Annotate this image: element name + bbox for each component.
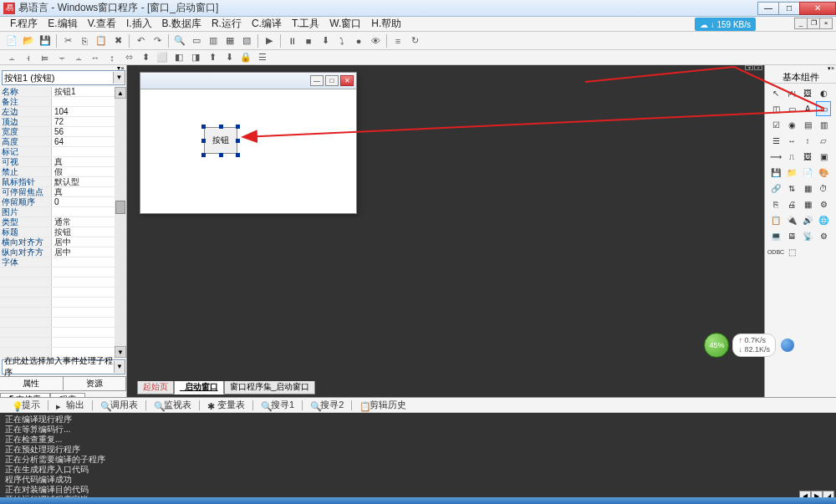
property-row[interactable]: 停留顺序0 — [0, 197, 115, 207]
property-row[interactable]: 备注 — [0, 97, 115, 107]
design-button[interactable]: 按钮 — [204, 127, 237, 154]
cut-icon[interactable]: ✂ — [60, 33, 75, 48]
output-tab-output[interactable]: ▸输出 — [51, 399, 89, 411]
tool-vscroll-icon[interactable]: ↕ — [800, 133, 815, 148]
property-value[interactable]: 居中 — [52, 247, 115, 257]
property-scrollbar[interactable]: ▲ ▼ — [115, 87, 126, 358]
send-back-icon[interactable]: ⬇ — [222, 50, 237, 65]
tool-group-icon[interactable]: ▭ — [784, 101, 799, 116]
tool-spin-icon[interactable]: ⇅ — [784, 181, 799, 196]
dock-pin-icon[interactable]: ▾ — [745, 65, 753, 70]
dw-minimize-icon[interactable]: — — [310, 75, 324, 86]
tool-server-icon[interactable]: 🖥 — [784, 228, 799, 243]
same-width-icon[interactable]: ⬄ — [121, 50, 136, 65]
align-left-icon[interactable]: ⫠ — [4, 50, 19, 65]
property-value[interactable]: 真 — [52, 187, 115, 196]
same-size-icon[interactable]: ⬜ — [155, 50, 170, 65]
undo-icon[interactable]: ↶ — [133, 33, 148, 48]
property-value[interactable]: 假 — [52, 167, 115, 176]
new-icon[interactable]: 📄 — [4, 33, 19, 48]
property-value[interactable]: 56 — [52, 127, 115, 136]
menu-editor-icon[interactable]: ☰ — [255, 50, 270, 65]
tool-table-icon[interactable]: ▦ — [800, 196, 815, 211]
property-row[interactable]: 可视真 — [0, 157, 115, 167]
dock-close-icon[interactable]: × — [754, 65, 762, 70]
paste-icon[interactable]: 📋 — [94, 33, 109, 48]
save-icon[interactable]: 💾 — [38, 33, 53, 48]
tool-dll-icon[interactable]: ⚙ — [816, 228, 831, 243]
property-value[interactable]: 按钮 — [52, 227, 115, 237]
scroll-thumb[interactable] — [115, 201, 125, 214]
tool-udp-icon[interactable]: 📡 — [800, 228, 815, 243]
speed-overlay[interactable]: 45% 0.7K/s 82.1K/s — [704, 333, 794, 358]
dw-maximize-icon[interactable]: □ — [325, 75, 339, 86]
align-top-icon[interactable]: ⫟ — [54, 50, 69, 65]
tool-listbox-icon[interactable]: ☰ — [768, 133, 783, 148]
property-row[interactable]: 标题按钮 — [0, 227, 115, 237]
tool-client-icon[interactable]: 💻 — [768, 228, 783, 243]
center-v-icon[interactable]: ◨ — [188, 50, 203, 65]
open-icon[interactable]: 📂 — [21, 33, 36, 48]
tool-tab-icon[interactable]: ⎍ — [784, 149, 799, 164]
property-value[interactable] — [52, 147, 115, 156]
property-row[interactable]: 纵向对齐方式居中 — [0, 247, 115, 257]
property-row[interactable]: 鼠标指针默认型 — [0, 177, 115, 187]
tool-shape-icon[interactable]: ◐ — [816, 85, 831, 100]
resize-handle[interactable] — [201, 153, 206, 157]
tab-properties[interactable]: 属性 — [0, 377, 64, 391]
tool-progress-icon[interactable]: ▱ — [816, 133, 831, 148]
resize-handle[interactable] — [236, 125, 240, 129]
output-tab-vars[interactable]: ✱变量表 — [202, 399, 250, 411]
object-selector[interactable]: 按钮1 (按钮) ▼ — [2, 70, 125, 85]
tile-icon[interactable]: ▧ — [239, 33, 254, 48]
align-middle-icon[interactable]: ⫠ — [71, 50, 86, 65]
minimize-button[interactable]: — — [757, 2, 779, 15]
property-row[interactable]: 标记 — [0, 147, 115, 157]
menu-help[interactable]: H.帮助 — [366, 17, 406, 31]
tool-timer-icon[interactable]: ⏱ — [816, 181, 831, 196]
network-speed-badge[interactable]: ☁ ↓ 159 KB/s — [695, 18, 756, 31]
property-value[interactable]: 默认型 — [52, 177, 115, 186]
redo-icon[interactable]: ↷ — [150, 33, 165, 48]
form-icon[interactable]: ▦ — [222, 33, 237, 48]
property-row[interactable]: 禁止假 — [0, 167, 115, 177]
resize-handle[interactable] — [219, 153, 223, 157]
bring-front-icon[interactable]: ⬆ — [205, 50, 220, 65]
resize-handle[interactable] — [236, 153, 240, 157]
property-value[interactable]: 72 — [52, 117, 115, 126]
menu-edit[interactable]: E.编辑 — [43, 17, 82, 31]
tool-pointer-icon[interactable]: ↖ — [768, 85, 783, 100]
tool-button-icon[interactable]: ▭ — [816, 101, 831, 116]
code-icon[interactable]: ▥ — [206, 33, 221, 48]
property-value[interactable]: 真 — [52, 157, 115, 166]
output-tab-clip[interactable]: 📋剪辑历史 — [354, 399, 411, 411]
tool-color-icon[interactable]: 🎨 — [816, 165, 831, 180]
property-row[interactable]: 横向对齐方式居中 — [0, 237, 115, 247]
tool-label2-icon[interactable]: A — [800, 101, 815, 116]
tool-slider-icon[interactable]: ⟿ — [768, 149, 783, 164]
resize-handle[interactable] — [219, 125, 223, 129]
tool-data-icon[interactable]: ⚙ — [816, 196, 831, 211]
doc-tab-assembly[interactable]: 窗口程序集_启动窗口 — [224, 381, 316, 395]
breakpoint-icon[interactable]: ● — [351, 33, 366, 48]
step-icon[interactable]: ⬇ — [318, 33, 333, 48]
tool-common-dlg-icon[interactable]: ▦ — [800, 181, 815, 196]
tool-hyperlink-icon[interactable]: 🔗 — [768, 181, 783, 196]
menu-window[interactable]: W.窗口 — [324, 17, 366, 31]
design-window[interactable]: — □ ✕ 按钮 — [140, 72, 357, 214]
output-tab-hint[interactable]: 💡提示 — [7, 399, 45, 411]
resize-handle[interactable] — [201, 139, 206, 143]
step-over-icon[interactable]: ⤵ — [334, 33, 349, 48]
tool-odbc2-icon[interactable]: ODBC — [768, 244, 783, 259]
find-icon[interactable]: 🔍 — [172, 33, 187, 48]
tool-print-icon[interactable]: 🖨 — [784, 196, 799, 211]
property-value[interactable] — [52, 257, 115, 267]
tool-frame-icon[interactable]: ▣ — [816, 149, 831, 164]
scroll-up-icon[interactable]: ▲ — [115, 87, 126, 99]
mdi-minimize[interactable]: _ — [794, 18, 808, 29]
speed-circle[interactable]: 45% — [704, 333, 729, 358]
watch-icon[interactable]: 👁 — [368, 33, 383, 48]
menu-database[interactable]: B.数据库 — [157, 17, 206, 31]
property-value[interactable]: 104 — [52, 107, 115, 116]
tool-odbc-icon[interactable]: ⎘ — [768, 196, 783, 211]
